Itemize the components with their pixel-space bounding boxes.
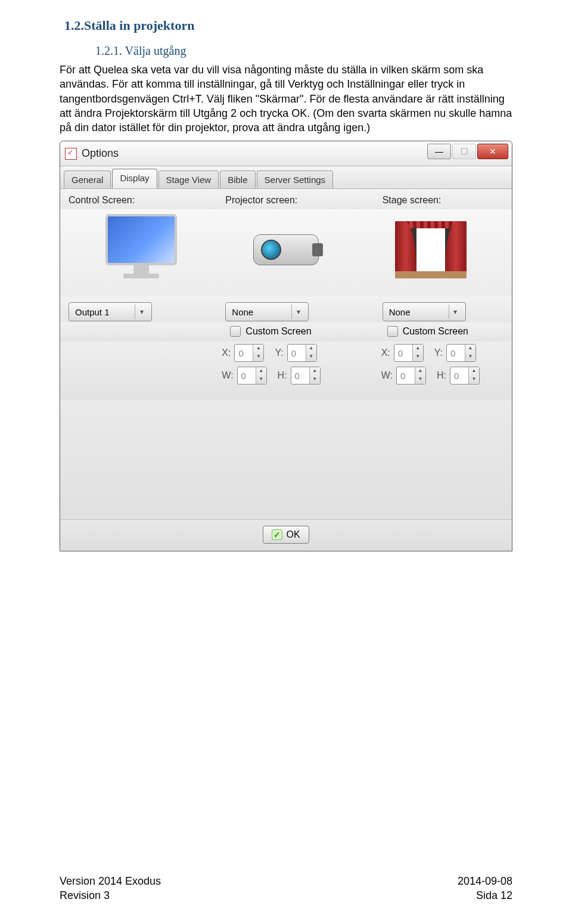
stage-h-spinner[interactable]: 0▲▼: [450, 367, 480, 385]
label-x: X:: [222, 348, 231, 358]
heading-1: 1.2.Ställa in projektorn: [64, 18, 512, 33]
stage-output-dropdown[interactable]: None: [383, 302, 466, 321]
chevron-down-icon: [291, 305, 304, 319]
tab-general[interactable]: General: [64, 170, 111, 188]
chevron-down-icon: [135, 305, 148, 319]
footer-revision: Revision 3: [60, 889, 161, 903]
projector-output-dropdown[interactable]: None: [225, 302, 309, 321]
body-paragraph: För att Quelea ska veta var du vill visa…: [60, 63, 512, 135]
footer-version: Version 2014 Exodus: [60, 875, 161, 888]
label-w: W:: [381, 370, 393, 381]
footer-page: Sida 12: [458, 889, 512, 903]
control-output-dropdown[interactable]: Output 1: [69, 302, 152, 321]
label-stage-screen: Stage screen:: [359, 195, 503, 206]
stage-x-spinner[interactable]: 0▲▼: [394, 344, 424, 362]
tab-stage-view[interactable]: Stage View: [158, 170, 219, 188]
heading-2: 1.2.1. Välja utgång: [95, 44, 512, 58]
check-icon: ✓: [272, 529, 282, 540]
ok-label: OK: [286, 529, 300, 540]
label-h: H:: [278, 370, 287, 381]
tab-server-settings[interactable]: Server Settings: [257, 170, 334, 188]
projector-output-value: None: [232, 307, 253, 317]
chevron-down-icon: [449, 305, 462, 319]
projector-w-spinner[interactable]: 0▲▼: [237, 367, 267, 385]
stage-y-spinner[interactable]: 0▲▼: [446, 344, 476, 362]
stage-custom-checkbox[interactable]: [387, 326, 398, 337]
minimize-button[interactable]: —: [427, 144, 451, 159]
stage-icon: [389, 214, 472, 286]
page-footer: Version 2014 Exodus Revision 3 2014-09-0…: [60, 875, 512, 903]
tab-bible[interactable]: Bible: [220, 170, 255, 188]
tab-display[interactable]: Display: [112, 169, 157, 188]
ok-button[interactable]: ✓ OK: [263, 526, 309, 544]
label-control-screen: Control Screen:: [69, 195, 213, 206]
app-icon: [65, 148, 77, 160]
window-title: Options: [82, 147, 119, 160]
dialog-spacer: [60, 400, 512, 519]
titlebar: Options — ☐ ✕: [60, 141, 512, 166]
label-h: H:: [437, 370, 446, 381]
monitor-icon: [100, 214, 183, 286]
projector-y-spinner[interactable]: 0▲▼: [287, 344, 317, 362]
stage-output-value: None: [389, 307, 411, 317]
projector-custom-label: Custom Screen: [245, 326, 311, 337]
stage-custom-label: Custom Screen: [403, 326, 468, 337]
projector-h-spinner[interactable]: 0▲▼: [291, 367, 321, 385]
projector-icon: [244, 214, 328, 286]
close-button[interactable]: ✕: [477, 144, 508, 159]
projector-x-spinner[interactable]: 0▲▼: [234, 344, 264, 362]
tabs-bar: General Display Stage View Bible Server …: [60, 166, 512, 189]
options-window: Options — ☐ ✕ General Display Stage View…: [60, 141, 512, 551]
label-y: Y:: [434, 348, 443, 358]
maximize-button[interactable]: ☐: [452, 144, 476, 159]
label-w: W:: [222, 370, 233, 381]
footer-date: 2014-09-08: [458, 875, 512, 888]
label-y: Y:: [275, 348, 283, 358]
label-projector-screen: Projector screen:: [213, 195, 358, 206]
stage-w-spinner[interactable]: 0▲▼: [396, 367, 426, 385]
control-output-value: Output 1: [75, 307, 110, 317]
projector-custom-checkbox[interactable]: [230, 326, 241, 337]
label-x: X:: [381, 348, 390, 358]
